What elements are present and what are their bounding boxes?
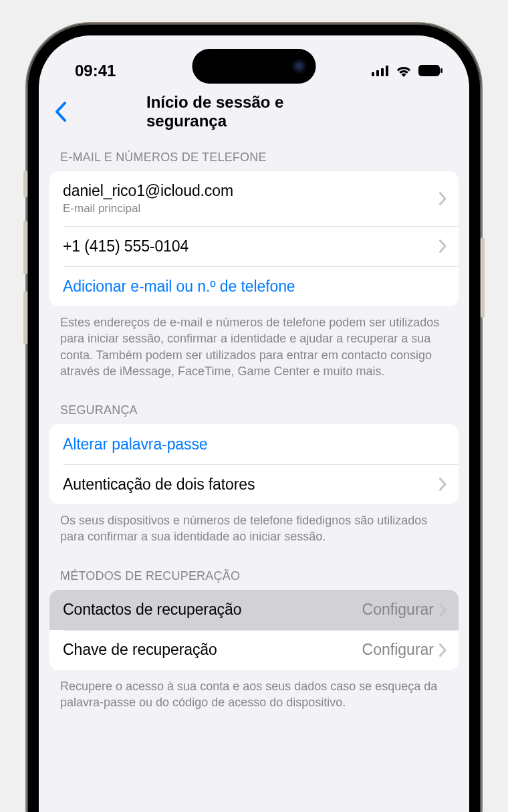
change-password-label: Alterar palavra-passe [63, 435, 447, 453]
section-footer-contact: Estes endereços de e-mail e números de t… [39, 306, 469, 391]
svg-rect-1 [376, 70, 379, 76]
back-button[interactable] [47, 98, 74, 125]
dynamic-island [193, 49, 316, 84]
cellular-icon [372, 66, 389, 76]
recovery-key-label: Chave de recuperação [63, 641, 362, 659]
email-row[interactable]: daniel_rico1@icloud.com E-mail principal [49, 171, 459, 226]
svg-rect-0 [372, 72, 374, 76]
battery-icon [418, 65, 442, 76]
navigation-bar: Início de sessão e segurança [39, 89, 469, 138]
email-subtitle: E-mail principal [63, 202, 439, 215]
section-header-recovery: MÉTODOS DE RECUPERAÇÃO [39, 557, 469, 590]
two-factor-label: Autenticação de dois fatores [63, 476, 439, 494]
change-password-row[interactable]: Alterar palavra-passe [49, 424, 459, 464]
recovery-contacts-label: Contactos de recuperação [63, 601, 362, 619]
recovery-key-row[interactable]: Chave de recuperação Configurar [49, 630, 459, 670]
email-value: daniel_rico1@icloud.com [63, 182, 439, 200]
chevron-right-icon [439, 192, 447, 205]
svg-rect-4 [418, 65, 440, 76]
section-header-contact: E-MAIL E NÚMEROS DE TELEFONE [39, 138, 469, 171]
chevron-right-icon [439, 239, 447, 253]
page-title: Início de sessão e segurança [146, 93, 362, 130]
two-factor-row[interactable]: Autenticação de dois fatores [49, 464, 459, 504]
add-contact-label: Adicionar e-mail ou n.º de telefone [63, 278, 447, 296]
chevron-left-icon [54, 102, 67, 122]
section-footer-recovery: Recupere o acesso à sua conta e aos seus… [39, 670, 469, 723]
contact-list-group: daniel_rico1@icloud.com E-mail principal… [49, 171, 459, 306]
recovery-contacts-row[interactable]: Contactos de recuperação Configurar [49, 590, 459, 630]
section-footer-security: Os seus dispositivos e números de telefo… [39, 504, 469, 557]
svg-rect-2 [381, 68, 384, 76]
add-contact-row[interactable]: Adicionar e-mail ou n.º de telefone [49, 266, 459, 306]
chevron-right-icon [439, 603, 447, 617]
security-list-group: Alterar palavra-passe Autenticação de do… [49, 424, 459, 504]
wifi-icon [396, 65, 412, 77]
recovery-list-group: Contactos de recuperação Configurar Chav… [49, 590, 459, 670]
phone-row[interactable]: +1 (415) 555-0104 [49, 226, 459, 266]
chevron-right-icon [439, 643, 447, 657]
chevron-right-icon [439, 478, 447, 491]
section-header-security: SEGURANÇA [39, 391, 469, 424]
status-time: 09:41 [75, 62, 116, 80]
recovery-key-value: Configurar [362, 641, 434, 659]
phone-value: +1 (415) 555-0104 [63, 237, 439, 256]
svg-rect-3 [386, 66, 388, 76]
svg-rect-5 [440, 68, 442, 73]
recovery-contacts-value: Configurar [362, 601, 434, 619]
